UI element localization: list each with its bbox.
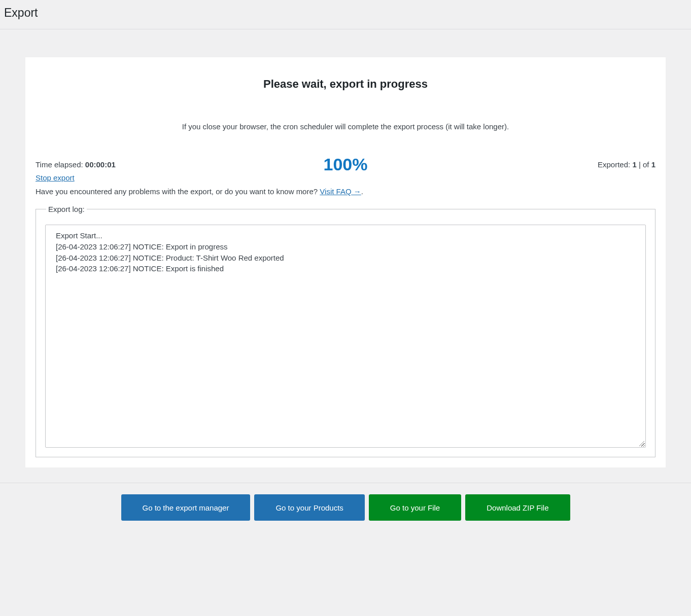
go-to-products-button[interactable]: Go to your Products — [254, 494, 364, 521]
faq-text: Have you encountered any problems with t… — [36, 187, 320, 196]
faq-dot: . — [361, 187, 363, 196]
export-log-content: Export Start... [26-04-2023 12:06:27] NO… — [56, 231, 284, 273]
status-row: Time elapsed: 00:00:01 100% Exported: 1 … — [36, 160, 655, 169]
time-elapsed-value: 00:00:01 — [85, 160, 116, 169]
faq-line: Have you encountered any problems with t… — [36, 187, 655, 196]
exported-label: Exported: — [598, 160, 632, 169]
go-to-export-manager-button[interactable]: Go to the export manager — [121, 494, 251, 521]
download-zip-button[interactable]: Download ZIP File — [465, 494, 570, 521]
export-log-box[interactable]: Export Start... [26-04-2023 12:06:27] NO… — [45, 225, 646, 448]
time-elapsed: Time elapsed: 00:00:01 — [36, 160, 116, 169]
exported-total: 1 — [651, 160, 655, 169]
resize-grip-icon — [638, 440, 644, 446]
card-title: Please wait, export in progress — [36, 78, 655, 91]
export-log-legend: Export log: — [46, 205, 87, 213]
exported-separator: | of — [637, 160, 651, 169]
time-elapsed-label: Time elapsed: — [36, 160, 85, 169]
faq-link[interactable]: Visit FAQ → — [320, 187, 361, 196]
export-card: Please wait, export in progress If you c… — [25, 57, 666, 467]
exported-count: Exported: 1 | of 1 — [598, 160, 655, 169]
footer-actions: Go to the export manager Go to your Prod… — [0, 483, 691, 532]
export-log-fieldset: Export log: Export Start... [26-04-2023 … — [36, 205, 655, 457]
page-title: Export — [4, 6, 687, 20]
go-to-file-button[interactable]: Go to your File — [369, 494, 461, 521]
exported-current: 1 — [632, 160, 636, 169]
stop-export-link[interactable]: Stop export — [36, 173, 75, 182]
card-subtitle: If you close your browser, the cron sche… — [36, 122, 655, 131]
page-header: Export — [0, 0, 691, 29]
progress-percent: 100% — [324, 155, 368, 174]
